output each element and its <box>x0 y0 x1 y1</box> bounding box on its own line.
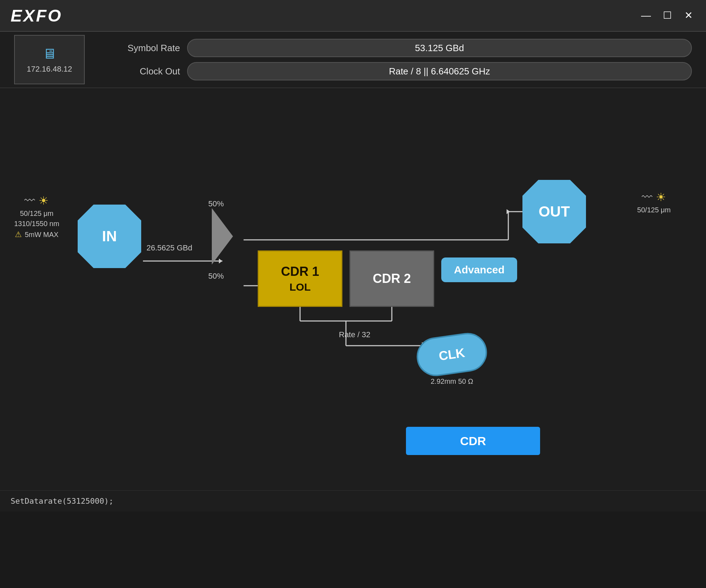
cdr1-status: LOL <box>289 281 311 293</box>
out-block: OUT <box>522 180 586 243</box>
clk-block: CLK <box>417 335 487 374</box>
warning-icon: ⚠ <box>15 230 22 239</box>
status-text: SetDatarate(53125000); <box>11 497 113 505</box>
sun-icon-out: ☀ <box>656 190 666 204</box>
fiber-in-spec2: 1310/1550 nm <box>14 220 59 228</box>
cdr2-block: CDR 2 <box>349 250 434 307</box>
device-icon: 🖥 <box>42 46 56 62</box>
device-ip: 172.16.48.12 <box>27 65 72 74</box>
status-bar: SetDatarate(53125000); <box>0 490 706 511</box>
clk-label: CLK <box>438 345 466 364</box>
cdr-button[interactable]: CDR <box>406 427 540 455</box>
window-controls: — ☐ ✕ <box>639 11 695 20</box>
svg-marker-11 <box>507 209 510 214</box>
out-octagon: OUT <box>522 180 586 243</box>
cdr1-title: CDR 1 <box>281 264 319 279</box>
cdr1-block: CDR 1 LOL <box>258 250 342 307</box>
maximize-button[interactable]: ☐ <box>660 11 674 20</box>
fiber-out-group: 〰 ☀ 50/125 μm <box>637 190 671 214</box>
fiber-out-icon-row: 〰 ☀ <box>642 190 666 204</box>
clock-out-row: Clock Out Rate / 8 || 6.640625 GHz <box>99 62 692 80</box>
clk-shape: CLK <box>414 331 489 379</box>
fiber-in-icon-row: 〰 ☀ <box>24 194 49 207</box>
sun-icon-in: ☀ <box>38 194 49 207</box>
title-bar: EXFO — ☐ ✕ <box>0 0 706 32</box>
close-button[interactable]: ✕ <box>681 11 695 20</box>
clock-out-value: Rate / 8 || 6.640625 GHz <box>187 62 692 80</box>
wave-icon-out: 〰 <box>642 191 652 203</box>
symbol-rate-value: 53.125 GBd <box>187 39 692 57</box>
in-block: IN <box>78 205 141 268</box>
fiber-out-spec: 50/125 μm <box>637 206 671 214</box>
diagram-area: 〰 ☀ 50/125 μm 1310/1550 nm ⚠ 5mW MAX IN … <box>0 88 706 511</box>
clk-spec: 2.92mm 50 Ω <box>431 377 473 386</box>
warning-row: ⚠ 5mW MAX <box>15 230 59 239</box>
pct-label-bot: 50% <box>208 272 224 281</box>
pct-label-top: 50% <box>208 199 224 208</box>
device-panel: 🖥 172.16.48.12 <box>14 35 85 84</box>
warning-text: 5mW MAX <box>25 231 59 239</box>
in-label: IN <box>102 228 117 245</box>
clock-out-label: Clock Out <box>99 66 180 77</box>
splitter-shape <box>212 208 233 265</box>
fiber-in-group: 〰 ☀ 50/125 μm 1310/1550 nm ⚠ 5mW MAX <box>14 194 59 239</box>
app-header: 🖥 172.16.48.12 Symbol Rate 53.125 GBd Cl… <box>0 32 706 88</box>
cdr2-title: CDR 2 <box>373 271 411 286</box>
symbol-rate-label: Symbol Rate <box>99 43 180 54</box>
logo: EXFO <box>11 6 62 25</box>
minimize-button[interactable]: — <box>639 11 653 20</box>
symbol-rate-row: Symbol Rate 53.125 GBd <box>99 39 692 57</box>
rate32-label: Rate / 32 <box>339 330 370 339</box>
wave-icon: 〰 <box>24 195 35 207</box>
controls-panel: Symbol Rate 53.125 GBd Clock Out Rate / … <box>99 39 692 80</box>
advanced-button[interactable]: Advanced <box>441 257 517 282</box>
gbd-label: 26.5625 GBd <box>146 243 192 253</box>
splitter-block <box>212 208 233 265</box>
fiber-in-spec1: 50/125 μm <box>20 210 53 218</box>
in-octagon: IN <box>78 205 141 268</box>
out-label: OUT <box>539 203 570 220</box>
